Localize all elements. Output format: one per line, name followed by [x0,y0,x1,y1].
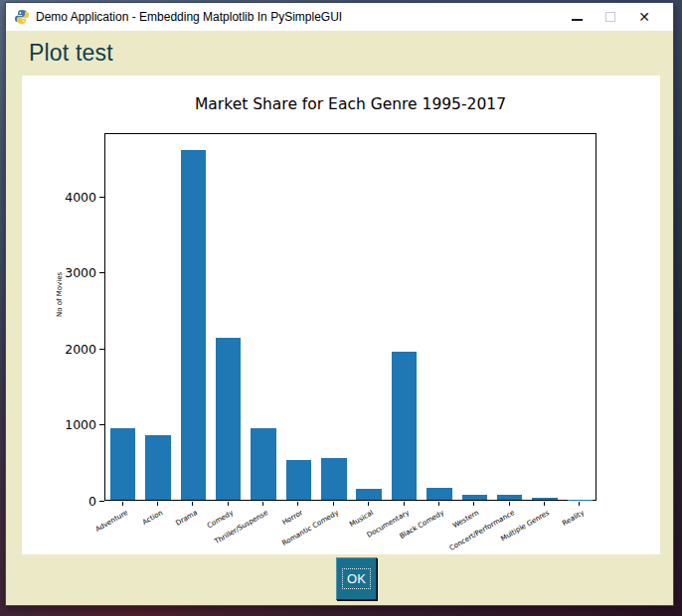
maximize-icon [605,12,615,22]
pysimplegui-python-icon [14,9,30,25]
ok-button[interactable]: OK [336,557,377,600]
close-icon: ✕ [638,10,650,24]
x-tick-mark [473,502,474,506]
bar-black-comedy [426,488,451,500]
minimize-icon [572,19,583,21]
window-title: Demo Application - Embedding Matplotlib … [36,10,560,24]
x-tick-mark [404,502,405,506]
y-tick-mark [99,197,104,198]
y-tick-mark [99,501,104,502]
y-tick-label: 2000 [53,341,96,356]
ok-button-label: OK [342,568,371,589]
x-tick-mark [333,502,334,506]
x-tick-label: Western [451,509,480,530]
x-tick-label: Reality [562,509,587,528]
x-tick-mark [579,502,580,506]
bar-romantic-comedy [321,458,346,500]
page-title: Plot test [29,40,113,67]
x-tick-mark [122,502,123,506]
bar-drama [181,150,206,500]
x-tick-label: Musical [349,509,376,529]
x-tick-mark [368,502,369,506]
bar-western [462,495,487,500]
bar-horror [286,460,311,500]
x-tick-mark [544,502,545,506]
x-tick-mark [297,502,298,506]
bar-comedy [216,338,241,500]
y-tick-label: 3000 [53,265,96,280]
x-tick-mark [262,502,263,506]
x-tick-label: Horror [281,509,304,527]
minimize-button[interactable] [560,3,594,31]
bar-adventure [110,428,135,500]
x-tick-label: Adventure [93,509,128,534]
matplotlib-canvas: Market Share for Each Genre 1995-2017 No… [22,76,660,554]
x-tick-mark [509,502,510,506]
plot-area [104,133,597,501]
bar-multiple-genres [532,498,557,500]
y-tick-mark [99,424,104,425]
y-tick-label: 0 [53,494,96,509]
x-tick-mark [192,502,193,506]
close-button[interactable]: ✕ [627,3,661,31]
bar-documentary [392,352,417,500]
bar-thriller-suspense [251,428,275,500]
app-window: Demo Application - Embedding Matplotlib … [5,2,674,606]
bar-musical [356,489,381,500]
y-tick-mark [99,349,104,350]
y-tick-mark [99,272,104,273]
titlebar[interactable]: Demo Application - Embedding Matplotlib … [6,3,673,31]
x-tick-label: Concert/Performance [447,509,515,552]
y-tick-label: 4000 [53,189,96,204]
chart-title: Market Share for Each Genre 1995-2017 [104,95,597,113]
y-tick-label: 1000 [53,417,96,432]
x-tick-label: Comedy [206,509,235,530]
x-tick-mark [228,502,229,506]
x-tick-mark [157,502,158,506]
x-tick-label: Action [141,509,164,527]
x-tick-label: Drama [175,509,200,528]
maximize-button[interactable] [594,3,627,31]
bar-concert-performance [497,495,522,500]
bar-action [145,435,170,500]
window-content: Plot test Market Share for Each Genre 19… [6,31,673,605]
x-tick-mark [438,502,439,506]
